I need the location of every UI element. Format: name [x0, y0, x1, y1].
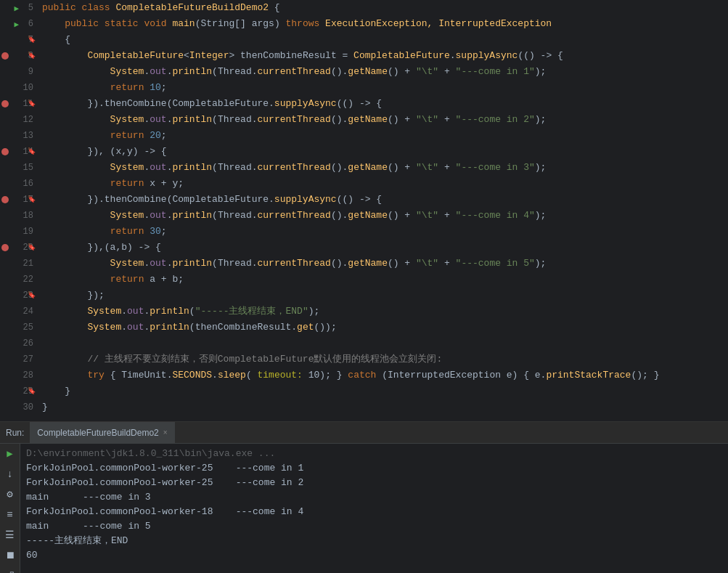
token: out	[150, 256, 166, 272]
bookmark-icon[interactable]: 🔖	[28, 36, 36, 44]
code-line: }).thenCombine(CompletableFuture.supplyA…	[42, 96, 728, 112]
menu-icon[interactable]: ≡	[7, 508, 12, 522]
bookmark-icon[interactable]: 🔖	[28, 387, 36, 395]
token: (	[189, 304, 195, 320]
bookmark-icon[interactable]: 🔖	[28, 52, 36, 60]
code-line: }	[42, 383, 728, 399]
token: .	[167, 112, 173, 128]
code-line: try { TimeUnit.SECONDS.sleep( timeout: 1…	[42, 367, 728, 383]
token: "\t"	[416, 64, 438, 80]
gear-icon[interactable]: ⚙	[7, 487, 12, 502]
breakpoint-dot[interactable]	[1, 52, 9, 60]
console-line: D:\environment\jdk1.8.0_311\bin\java.exe…	[26, 447, 722, 461]
console-line: main ---come in 3	[26, 490, 722, 505]
token: a + b	[150, 272, 178, 288]
token: out	[127, 304, 144, 320]
editor-container: ▶5▶67🔖8🔖91011🔖121314🔖151617🔖181920🔖21222…	[0, 0, 728, 421]
token: +	[438, 64, 455, 80]
token: CompletableFuture	[353, 48, 450, 64]
code-line: System.out.println(thenCombineResult.get…	[42, 320, 728, 336]
gutter-row: 14🔖	[0, 144, 36, 160]
token: (Thread.	[212, 208, 257, 224]
breakpoint-dot[interactable]	[1, 196, 9, 203]
breakpoint-dot[interactable]	[1, 244, 9, 251]
token: .	[144, 320, 150, 336]
token: (() -> {	[518, 48, 563, 64]
token: throws	[286, 16, 326, 32]
console-line: ForkJoinPool.commonPool-worker-18 ---com…	[26, 505, 722, 519]
code-line	[42, 336, 728, 351]
code-line: public static void main(String[] args) t…	[42, 16, 728, 32]
gutter-row: 11🔖	[0, 96, 36, 112]
token: .	[167, 160, 173, 176]
token	[42, 176, 110, 192]
code-line: System.out.println(Thread.currentThread(…	[42, 112, 728, 128]
bookmark-icon[interactable]: 🔖	[28, 99, 36, 107]
line-gutter: ▶5▶67🔖8🔖91011🔖121314🔖151617🔖181920🔖21222…	[0, 0, 36, 421]
token: ;	[161, 224, 167, 240]
token: (Thread.	[212, 64, 257, 80]
token: currentThread	[258, 208, 331, 224]
line-number: 5	[20, 3, 33, 13]
gutter-row: 24	[0, 304, 36, 320]
code-line: return a + b;	[42, 272, 728, 288]
gutter-row: 16	[0, 176, 36, 192]
bookmark-icon[interactable]: 🔖	[28, 291, 36, 299]
token: SECONDS	[172, 367, 212, 383]
gutter-row: 23🔖	[0, 288, 36, 304]
list-icon[interactable]: ☰	[5, 528, 15, 542]
print-icon[interactable]: 🖨	[5, 569, 15, 573]
token: (InterruptedException e) { e.	[376, 367, 546, 383]
token: );	[535, 208, 547, 224]
token: "\t"	[416, 112, 438, 128]
token: .	[167, 64, 173, 80]
down-icon[interactable]: ↓	[7, 467, 12, 481]
token: ().	[331, 112, 348, 128]
line-number: 27	[20, 354, 33, 365]
token: out	[127, 320, 144, 336]
gutter-row: 30	[0, 399, 36, 415]
close-tab-icon[interactable]: ×	[163, 428, 168, 436]
token: (thenCombineResult.	[189, 320, 297, 336]
bookmark-icon[interactable]: 🔖	[28, 243, 36, 251]
token: getName	[348, 256, 388, 272]
bookmark-icon[interactable]: 🔖	[28, 195, 36, 203]
stop-icon[interactable]: ⏹	[5, 548, 15, 563]
token: timeout:	[258, 367, 303, 383]
bookmark-icon[interactable]: 🔖	[28, 147, 36, 155]
token: println	[172, 208, 212, 224]
token: println	[172, 112, 212, 128]
token: return	[110, 224, 150, 240]
gutter-row: 12	[0, 112, 36, 128]
token: ().	[331, 208, 348, 224]
token: CompletableFutureBuildDemo2	[115, 0, 274, 16]
panel-left-bar: ▶↓⚙≡☰⏹🖨✕	[0, 444, 20, 573]
run-tab[interactable]: CompletableFutureBuildDemo2 ×	[30, 422, 174, 444]
token: +	[438, 160, 455, 176]
token: void	[144, 16, 172, 32]
code-line: public class CompletableFutureBuildDemo2…	[42, 0, 728, 16]
code-line: System.out.println(Thread.currentThread(…	[42, 208, 728, 224]
gutter-row: 27	[0, 351, 36, 367]
gutter-row: 22	[0, 272, 36, 288]
token: "---come in 2"	[456, 112, 535, 128]
breakpoint-dot[interactable]	[1, 148, 9, 155]
breakpoint-dot[interactable]	[1, 100, 9, 107]
token: .	[121, 320, 127, 336]
token: getName	[348, 64, 388, 80]
panel-body: ▶↓⚙≡☰⏹🖨✕ D:\environment\jdk1.8.0_311\bin…	[0, 444, 728, 573]
token: System	[42, 208, 144, 224]
token: (	[246, 367, 258, 383]
token: }	[42, 399, 48, 415]
code-line: System.out.println("-----主线程结束，END");	[42, 304, 728, 320]
line-number: 19	[20, 227, 33, 237]
gutter-row: 7🔖	[0, 32, 36, 48]
token: println	[150, 320, 189, 336]
line-number: 12	[20, 115, 33, 125]
token: println	[172, 160, 212, 176]
token: .	[144, 208, 150, 224]
token: .	[167, 256, 173, 272]
play-icon[interactable]: ▶	[7, 447, 12, 461]
run-header: Run: CompletableFutureBuildDemo2 ×	[0, 422, 728, 444]
gutter-row: 19	[0, 224, 36, 240]
